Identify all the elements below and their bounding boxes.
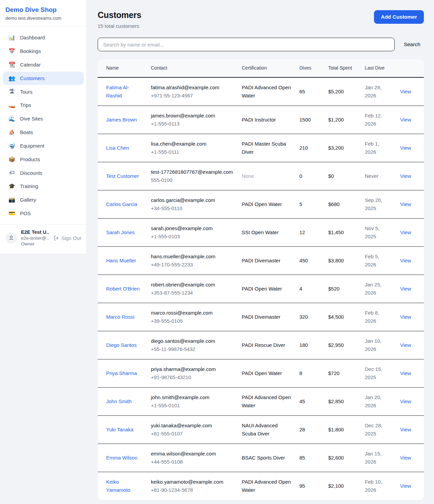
customer-phone: +1-555-0113	[151, 120, 234, 128]
sidebar-item-bookings[interactable]: 📅 Bookings	[3, 44, 84, 58]
customer-certification: PADI Advanced Open Water	[238, 472, 295, 500]
view-link[interactable]: View	[400, 201, 411, 207]
customer-email: john.smith@example.com	[151, 393, 234, 402]
sidebar-item-training[interactable]: 🎓 Training	[3, 180, 84, 193]
customer-last-dive: Jan 20, 2026	[361, 387, 396, 415]
customer-name-link[interactable]: Fatima Al-Rashid	[106, 85, 129, 98]
sidebar-item-pos[interactable]: 💳 POS	[3, 207, 84, 220]
add-customer-button[interactable]: Add Customer	[374, 10, 424, 24]
customer-certification: PADI Advanced Open Water	[238, 387, 295, 415]
view-link[interactable]: View	[400, 145, 411, 151]
customer-last-dive: Feb 8, 2026	[361, 303, 396, 331]
customer-name-link[interactable]: Hans Mueller	[106, 258, 136, 263]
customer-dives: 65	[295, 77, 324, 106]
customer-email: sarah.jones@example.com	[151, 224, 234, 232]
search-input[interactable]	[98, 38, 395, 51]
customer-name-link[interactable]: John Smith	[106, 398, 132, 404]
customer-name-link[interactable]: Marco Rossi	[106, 314, 134, 320]
sidebar-item-dashboard[interactable]: 📊 Dashboard	[3, 31, 84, 44]
trips-icon: 🚤	[8, 102, 16, 108]
sidebar-nav: 📊 Dashboard 📅 Bookings 📆 Calendar 👥 Cust…	[0, 26, 86, 224]
customer-email: carlos.garcia@example.com	[151, 196, 234, 204]
customer-name-link[interactable]: James Brown	[106, 117, 137, 123]
view-link[interactable]: View	[400, 483, 411, 489]
sidebar-item-customers[interactable]: 👥 Customers	[3, 72, 84, 85]
sidebar-item-trips[interactable]: 🚤 Trips	[3, 98, 84, 112]
customer-last-dive: Nov 5, 2025	[361, 218, 396, 246]
sidebar-item-products[interactable]: 📦 Products	[3, 153, 84, 166]
sidebar-item-label: Boats	[20, 129, 33, 135]
sidebar-item-calendar[interactable]: 📆 Calendar	[3, 58, 84, 71]
view-link[interactable]: View	[400, 398, 411, 404]
customer-name-link[interactable]: Sarah Jones	[106, 229, 135, 235]
sidebar-item-tours[interactable]: 🏝 Tours	[3, 85, 84, 98]
customer-phone: +971-55-123-4567	[151, 92, 234, 100]
customer-phone: 555-0100	[151, 176, 234, 184]
customer-phone: +81-555-0107	[151, 430, 234, 438]
customer-certification: PADI Open Water	[238, 190, 295, 218]
table-row: Lisa Chen lisa.chen@example.com +1-555-0…	[98, 134, 424, 162]
customer-phone: +1-555-0111	[151, 148, 234, 156]
customer-total-spent: $2,100	[324, 472, 361, 500]
customer-phone: +91-98765-43210	[151, 373, 234, 381]
view-link[interactable]: View	[400, 370, 411, 376]
view-link[interactable]: View	[400, 286, 411, 292]
customer-name-link[interactable]: Carlos Garcia	[106, 201, 137, 207]
customer-name-link[interactable]: Test Customer	[106, 173, 139, 179]
customer-phone: +49-170-555-2233	[151, 261, 234, 269]
view-link[interactable]: View	[400, 89, 411, 94]
customer-certification: PADI Instructor	[238, 106, 295, 134]
view-link[interactable]: View	[400, 342, 411, 348]
view-link[interactable]: View	[400, 455, 411, 461]
search-button[interactable]: Search	[395, 41, 424, 48]
view-link[interactable]: View	[400, 258, 411, 263]
customer-name-link[interactable]: Lisa Chen	[106, 145, 129, 151]
sidebar-item-boats[interactable]: ⛵ Boats	[3, 126, 84, 139]
boats-icon: ⛵	[8, 129, 16, 135]
table-row: Test Customer test-1772681807767@example…	[98, 162, 424, 190]
column-header-actions	[396, 59, 424, 77]
customer-total-spent: $680	[324, 190, 361, 218]
equipment-icon: 🤿	[8, 143, 16, 149]
customer-total-spent: $1,800	[324, 415, 361, 444]
table-row: John Smith john.smith@example.com +1-555…	[98, 387, 424, 415]
customer-certification: SSI Open Water	[238, 218, 295, 246]
customer-total-spent: $3,200	[324, 134, 361, 162]
customer-dives: 180	[295, 331, 324, 359]
customer-email: diego.santos@example.com	[151, 337, 234, 345]
sidebar-item-discounts[interactable]: 🏷 Discounts	[3, 166, 84, 179]
customer-name-link[interactable]: Keiko Yamamoto	[106, 479, 130, 493]
customer-name-link[interactable]: Diego Santos	[106, 342, 137, 348]
view-link[interactable]: View	[400, 173, 411, 179]
customer-dives: 45	[295, 387, 324, 415]
customer-last-dive: Feb 5, 2026	[361, 246, 396, 275]
customer-name-link[interactable]: Yuki Tanaka	[106, 427, 134, 432]
view-link[interactable]: View	[400, 229, 411, 235]
table-row: Emma Wilson emma.wilson@example.com +44-…	[98, 444, 424, 472]
products-icon: 📦	[8, 156, 16, 163]
view-link[interactable]: View	[400, 117, 411, 123]
customer-total-spent: $3,800	[324, 246, 361, 275]
customer-total-spent: $520	[324, 275, 361, 303]
sidebar-item-equipment[interactable]: 🤿 Equipment	[3, 139, 84, 152]
customer-name-link[interactable]: Robert O'Brien	[106, 286, 140, 292]
customer-dives: 1500	[295, 106, 324, 134]
table-row: Keiko Yamamoto keiko.yamamoto@example.co…	[98, 472, 424, 500]
sidebar-item-dive-sites[interactable]: 🌊 Dive Sites	[3, 112, 84, 125]
view-link[interactable]: View	[400, 427, 411, 432]
tours-icon: 🏝	[8, 89, 16, 95]
customer-name-link[interactable]: Emma Wilson	[106, 455, 138, 461]
sidebar-item-gallery[interactable]: 📸 Gallery	[3, 193, 84, 206]
page-title: Customers	[98, 10, 141, 20]
view-link[interactable]: View	[400, 314, 411, 320]
user-role: Owner	[21, 241, 49, 246]
sign-out-button[interactable]: Sign Out	[53, 235, 81, 241]
customer-certification: PADI Advanced Open Water	[238, 77, 295, 106]
customer-certification: PADI Master Scuba Diver	[238, 134, 295, 162]
sidebar-item-label: Calendar	[20, 62, 41, 68]
customer-certification: PADI Divemaster	[238, 303, 295, 331]
customer-dives: 8	[295, 359, 324, 387]
customer-name-link[interactable]: Priya Sharma	[106, 370, 137, 376]
table-row: Fatima Al-Rashid fatima.alrashid@example…	[98, 77, 424, 106]
column-header-contact: Contact	[147, 59, 238, 77]
